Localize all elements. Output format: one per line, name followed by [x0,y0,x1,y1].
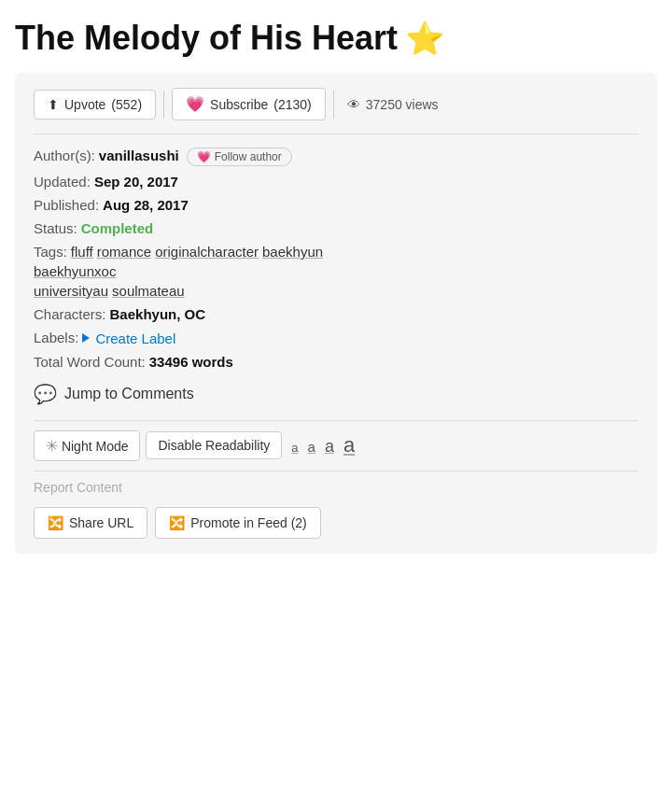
views-count: 37250 views [366,97,439,112]
share-icon-promote: 🔀 [169,515,185,530]
jump-comments-label: Jump to Comments [64,386,194,402]
status-label: Status: [34,220,77,236]
tag-universityau[interactable]: universityau [34,283,108,299]
favorite-star-icon[interactable]: ⭐ [405,20,444,57]
labels-row: Labels: Create Label [34,330,638,346]
updated-label: Updated: [34,174,91,190]
share-row: 🔀 Share URL 🔀 Promote in Feed (2) [34,500,638,539]
wordcount-value: 33496 words [149,354,233,370]
promote-feed-button[interactable]: 🔀 Promote in Feed (2) [155,507,321,539]
comments-icon: 💬 [34,383,57,405]
tag-baekhyunxoc[interactable]: baekhyunxoc [34,263,638,279]
updated-value: Sep 20, 2017 [94,174,178,190]
mode-bar: ✳ Night Mode Disable Readability a a a a [34,420,638,467]
story-card: ⬆ Upvote (552) 💗 Subscribe (2130) 👁 3725… [15,73,657,554]
action-bar: ⬆ Upvote (552) 💗 Subscribe (2130) 👁 3725… [34,88,638,134]
share-icon-url: 🔀 [48,515,63,530]
night-mode-label: Night Mode [62,439,129,454]
subscribe-button[interactable]: 💗 Subscribe (2130) [172,88,326,120]
views-display: 👁 37250 views [342,97,439,112]
characters-label: Characters: [34,306,106,322]
font-size-options: a a a a [291,433,355,457]
subscribe-count: (2130) [273,97,311,112]
divider2 [333,91,334,119]
upvote-button[interactable]: ⬆ Upvote (552) [34,90,156,120]
font-size-medium[interactable]: a [308,439,315,455]
create-label-text: Create Label [95,331,175,346]
tag-originalcharacter[interactable]: originalcharacter [155,244,259,260]
author-row: Author(s): vanillasushi 💗 Follow author [34,148,638,166]
authors-label: Author(s): [34,148,95,163]
night-mode-button[interactable]: ✳ Night Mode [34,430,140,461]
create-label-button[interactable]: Create Label [82,331,175,346]
font-size-large[interactable]: a [325,437,334,457]
share-url-label: Share URL [69,515,133,530]
status-row: Status: Completed [34,220,638,236]
published-label: Published: [34,197,99,213]
follow-label: Follow author [215,150,282,163]
disable-readability-label: Disable Readability [158,438,270,453]
divider [163,91,164,119]
tag-romance[interactable]: romance [97,244,151,260]
jump-comments-row: 💬 Jump to Comments [34,377,638,415]
disable-readability-button[interactable]: Disable Readability [146,431,282,459]
author-name: vanillasushi [99,148,179,163]
page-title: The Melody of His Heart ⭐ [15,19,657,58]
status-value: Completed [81,220,154,236]
follow-heart-icon: 💗 [197,150,211,163]
eye-icon: 👁 [347,97,360,112]
font-size-xlarge[interactable]: a [343,433,355,457]
font-size-small[interactable]: a [291,441,298,455]
share-url-button[interactable]: 🔀 Share URL [34,507,147,539]
published-row: Published: Aug 28, 2017 [34,197,638,213]
tag-soulmateau[interactable]: soulmateau [112,283,185,299]
upvote-label: Upvote [64,97,105,112]
characters-value: Baekhyun, OC [110,306,206,322]
tag-fluff[interactable]: fluff [71,244,93,260]
published-value: Aug 28, 2017 [103,197,189,213]
report-content-button[interactable]: Report Content [34,480,122,495]
upvote-count: (552) [111,97,142,112]
upvote-icon: ⬆ [48,97,59,112]
sun-icon: ✳ [46,438,58,454]
tags-label: Tags: [34,244,67,260]
report-label: Report Content [34,480,122,495]
characters-row: Characters: Baekhyun, OC [34,306,638,322]
labels-label: Labels: [34,330,78,345]
updated-row: Updated: Sep 20, 2017 [34,174,638,190]
jump-to-comments-button[interactable]: 💬 Jump to Comments [34,377,194,411]
subscribe-icon: 💗 [186,95,204,113]
tags-row: Tags: fluff romance originalcharacter ba… [34,244,638,299]
follow-author-button[interactable]: 💗 Follow author [187,148,292,166]
promote-label: Promote in Feed (2) [190,515,307,530]
title-text: The Melody of His Heart [15,19,398,58]
wordcount-label: Total Word Count: [34,354,146,370]
tag-baekhyun[interactable]: baekhyun [262,244,323,260]
report-row: Report Content [34,471,638,500]
subscribe-label: Subscribe [210,97,268,112]
triangle-icon [82,333,90,343]
wordcount-row: Total Word Count: 33496 words [34,354,638,370]
